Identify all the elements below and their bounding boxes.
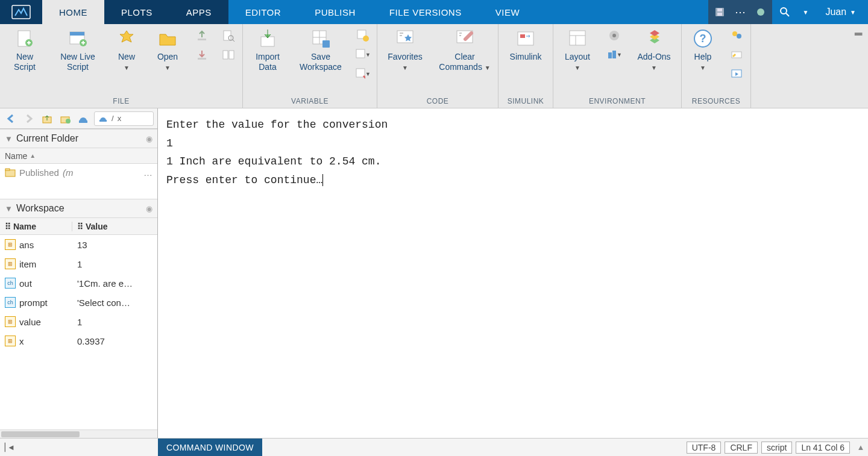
path-tail: x (118, 114, 122, 123)
sync-icon[interactable] (754, 5, 767, 19)
folder-more: … (143, 167, 153, 178)
svg-rect-23 (322, 40, 330, 48)
command-window-tab[interactable]: COMMAND WINDOW (158, 439, 262, 456)
collapse-icon[interactable]: ▼ (5, 134, 13, 143)
browse-folder-icon[interactable] (58, 111, 72, 126)
svg-rect-50 (99, 120, 107, 122)
compare-icon[interactable] (221, 47, 236, 63)
layout-button[interactable]: Layout▼ (559, 28, 596, 72)
sync-folder-icon[interactable] (76, 111, 90, 126)
svg-rect-49 (79, 120, 87, 123)
svg-rect-51 (5, 170, 15, 176)
ribbon-group-variable: Import Data Save Workspace ▼ ▼ VARIABLE (243, 24, 377, 108)
open-button[interactable]: Open▼ (152, 28, 183, 72)
variable-icon: ⊞ (5, 239, 16, 250)
svg-rect-10 (70, 32, 84, 36)
new-variable-icon[interactable] (355, 28, 371, 43)
left-panel: / x ▼ Current Folder ◉ Name ▲ Published … (0, 108, 158, 438)
set-path-icon[interactable]: ▼ (606, 47, 622, 63)
ribbon-group-label-variable: VARIABLE (291, 96, 329, 108)
eject-icon[interactable]: ▲ (854, 443, 868, 452)
favorites-button[interactable]: Favorites▼ (383, 28, 427, 72)
encoding-chip[interactable]: UTF-8 (687, 442, 722, 454)
svg-point-4 (757, 8, 764, 16)
clear-workspace-icon[interactable]: ▼ (355, 66, 371, 82)
new-script-button[interactable]: New Script (6, 28, 43, 72)
learn-icon[interactable] (729, 66, 744, 82)
svg-rect-18 (229, 51, 234, 59)
back-icon[interactable] (4, 111, 18, 126)
svg-rect-52 (5, 169, 10, 170)
svg-line-16 (233, 40, 234, 42)
panel-menu-icon[interactable]: ◉ (146, 204, 153, 213)
workspace-row[interactable]: ⊞ans13 (0, 235, 157, 254)
variable-icon: ⊞ (5, 336, 16, 346)
help-button[interactable]: ? Help▼ (688, 28, 718, 72)
clear-commands-button[interactable]: Clear Commands ▼ (438, 28, 492, 72)
svg-point-36 (612, 34, 616, 37)
community-icon[interactable] (729, 28, 744, 43)
svg-point-5 (781, 8, 787, 14)
addons-button[interactable]: Add-Ons▼ (633, 28, 675, 72)
folder-row[interactable]: Published (m … (0, 164, 157, 181)
variable-name: out (19, 278, 32, 289)
save-icon[interactable] (713, 5, 726, 19)
ribbon-group-environment: Layout▼ ▼ Add-Ons▼ ENVIRONMENT (553, 24, 682, 108)
find-files-icon[interactable] (221, 28, 236, 43)
tab-apps[interactable]: APPS (169, 0, 228, 24)
position-chip[interactable]: Ln 41 Col 6 (796, 442, 850, 454)
preferences-icon[interactable] (606, 28, 622, 43)
user-menu[interactable]: Juan ▼ (819, 7, 862, 17)
open-variable-icon[interactable]: ▼ (355, 47, 371, 63)
import-data-button[interactable]: Import Data (249, 28, 286, 72)
tab-plots[interactable]: PLOTS (104, 0, 169, 24)
variable-icon: ⊞ (5, 316, 16, 327)
tab-editor[interactable]: EDITOR (228, 0, 298, 24)
tab-publish[interactable]: PUBLISH (298, 0, 373, 24)
command-window[interactable]: Enter the value for the conversion 1 1 I… (158, 108, 868, 438)
panel-menu-icon[interactable]: ◉ (146, 134, 153, 143)
workspace-columns[interactable]: ⠿ Name ⠿ Value (0, 218, 157, 235)
tab-home[interactable]: HOME (42, 0, 104, 24)
workspace-row[interactable]: ⊞item1 (0, 254, 157, 273)
tab-view[interactable]: VIEW (479, 0, 536, 24)
workspace-row[interactable]: ⊞x0.3937 (0, 331, 157, 351)
current-folder-column-header[interactable]: Name ▲ (0, 148, 157, 164)
address-input[interactable]: / x (94, 111, 154, 126)
current-folder-header[interactable]: ▼ Current Folder ◉ (0, 129, 157, 148)
svg-rect-12 (198, 39, 206, 40)
mode-chip[interactable]: script (761, 442, 792, 454)
svg-rect-38 (612, 51, 616, 58)
upload-icon[interactable] (194, 28, 210, 43)
user-name: Juan (825, 7, 846, 17)
go-to-start-icon[interactable]: ⎮◄ (0, 443, 18, 452)
new-button[interactable]: New▼ (112, 28, 141, 72)
folder-suffix: (m (63, 167, 74, 178)
save-workspace-button[interactable]: Save Workspace (297, 28, 344, 72)
search-dropdown-icon[interactable]: ▼ (799, 5, 812, 19)
search-icon[interactable] (778, 5, 791, 19)
address-bar: / x (0, 108, 157, 129)
eol-chip[interactable]: CRLF (725, 442, 758, 454)
up-folder-icon[interactable] (40, 111, 54, 126)
more-icon[interactable]: ⋯ (734, 5, 747, 19)
collapse-icon[interactable]: ▼ (5, 204, 13, 213)
svg-text:?: ? (700, 33, 706, 45)
new-live-script-button[interactable]: New Live Script (54, 28, 101, 72)
simulink-button[interactable]: Simulink (505, 28, 547, 62)
horizontal-scrollbar[interactable] (0, 429, 157, 438)
tab-file-versions[interactable]: FILE VERSIONS (373, 0, 479, 24)
svg-line-6 (786, 13, 789, 16)
svg-rect-26 (356, 49, 365, 58)
request-support-icon[interactable] (729, 47, 744, 63)
workspace-row[interactable]: ⊞value1 (0, 312, 157, 331)
ribbon-group-code: Favorites▼ Clear Commands ▼ CODE (377, 24, 498, 108)
workspace-header[interactable]: ▼ Workspace ◉ (0, 199, 157, 218)
forward-icon[interactable] (22, 111, 36, 126)
download-icon[interactable] (194, 47, 210, 63)
workspace-row[interactable]: chout'1Cm. are e… (0, 273, 157, 293)
workspace-row[interactable]: chprompt'Select con… (0, 293, 157, 312)
svg-rect-37 (608, 52, 612, 58)
minimize-ribbon-icon[interactable]: ▂ (855, 24, 862, 36)
quick-access-cluster: ⋯ (708, 0, 772, 24)
